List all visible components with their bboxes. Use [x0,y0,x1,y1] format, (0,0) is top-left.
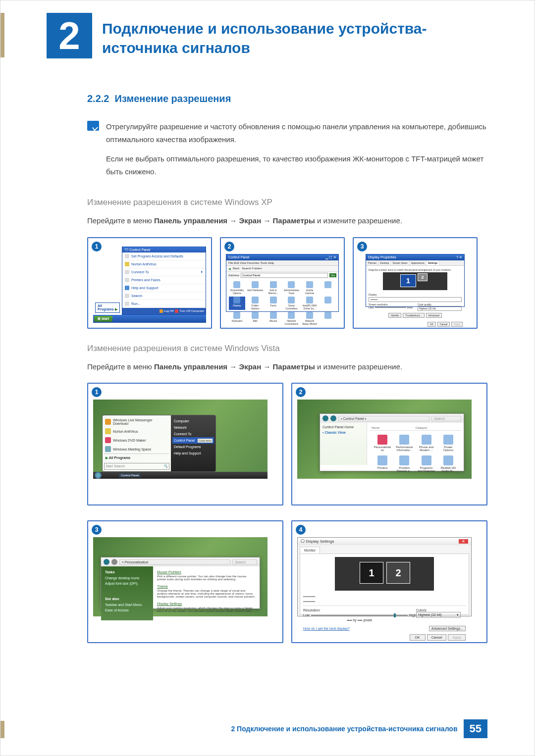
menu-item[interactable]: Search [122,292,206,300]
cp-icon[interactable]: Problem Reports a... [395,455,413,472]
window-controls[interactable]: ? ✕ [456,255,462,259]
cp-icon[interactable]: Keyboard [229,312,245,325]
search-input[interactable]: Start Search🔍 [104,463,169,470]
color-quality-select[interactable]: Highest (32 bit) [418,306,462,311]
advanced-settings-button[interactable]: Advanced Settings... [429,626,466,631]
display-icon[interactable]: Display [229,297,245,310]
right-menu-item[interactable]: Network [174,424,213,431]
sidebar-item[interactable]: • Classic View [322,431,364,434]
help-link[interactable]: How do I get the best display? [303,627,350,630]
fwd-button[interactable] [111,559,117,565]
advanced-button[interactable]: Advanced [426,313,442,318]
all-programs-button[interactable]: All Programs [104,454,169,462]
cp-icon[interactable]: Performance Informatio... [395,435,413,452]
menu-item[interactable]: Help and Support [122,284,206,292]
menu-item[interactable]: Run... [122,300,206,308]
cp-icon[interactable]: Game Controllers [283,297,300,310]
apply-button[interactable]: Apply [448,634,466,641]
ok-button[interactable]: OK [428,322,436,327]
task-link[interactable]: Adjust font size (DPI) [105,582,149,585]
start-orb[interactable] [95,472,102,479]
go-button[interactable]: Go [329,273,336,277]
menu-item[interactable]: Norton AntiVirus [122,260,206,268]
cp-icon[interactable]: Phone and Modem ... [418,435,435,452]
identify-button[interactable]: Identify [388,313,401,318]
right-menu-item[interactable]: Help and Support [174,450,213,456]
menu-item[interactable]: Windows DVD Maker [104,436,169,445]
section-link[interactable]: Theme [157,585,256,588]
cp-icon[interactable]: Power Options [439,435,457,452]
back-button[interactable] [104,559,109,565]
troubleshoot-button[interactable]: Troubleshoot... [403,313,424,318]
tab[interactable]: Themes [366,260,378,265]
start-button[interactable]: start [94,316,112,322]
menubar[interactable]: File Edit View Favorites Tools Help [226,260,338,266]
cp-icon[interactable]: Network Setup Wizard [302,312,318,325]
menu-item[interactable]: Connect To ▸ [122,268,206,276]
cp-icon[interactable]: Network Connections [283,312,300,325]
task-link[interactable]: Change desktop icons [105,576,149,580]
cp-icon[interactable]: Mail [247,312,264,325]
monitor-2[interactable]: 2 [418,273,428,281]
cp-icon[interactable]: Fonts [265,297,281,310]
cp-icon[interactable]: Intel(R) GMA Driver for... [302,297,318,310]
cp-icon[interactable]: Adobe Gamma [302,281,318,295]
all-programs-button[interactable]: All Programs [95,302,120,313]
tab[interactable]: Screen Saver [391,260,409,265]
cp-icon[interactable]: Realtek HD Audio M... [439,455,457,472]
task-link[interactable]: Taskbar and Start Menu [105,603,149,606]
breadcrumb[interactable]: « Personalization [119,559,230,565]
right-menu-item[interactable]: Default Programs [174,444,213,450]
cp-icon[interactable]: Folder Options [247,297,264,310]
tab[interactable]: Appearance [410,260,427,265]
task-link[interactable]: Ease of Access [105,608,149,612]
monitor-preview[interactable]: 1 2 [335,557,434,591]
display-settings-link[interactable]: Display Settings [157,602,256,605]
apply-button[interactable]: Apply [451,322,463,327]
monitor-2[interactable]: 2 [386,562,410,584]
address-input[interactable] [241,273,328,278]
menu-item[interactable]: Norton AntiVirus [104,427,169,436]
taskbar-button[interactable]: Control Panel [119,473,141,477]
breadcrumb[interactable]: • Control Panel • [338,416,429,421]
fwd-button[interactable] [330,415,336,421]
log-off-button[interactable]: Log Off [160,309,174,313]
tab-monitor[interactable]: Monitor [300,547,320,554]
search-input[interactable]: Search [431,416,461,421]
cancel-button[interactable]: Cancel [427,634,447,641]
tab[interactable]: Desktop [378,260,391,265]
resolution-slider[interactable]: Low High [303,613,416,617]
cp-icon[interactable] [320,312,336,325]
menu-item[interactable]: Windows Live Messenger Download [104,417,169,427]
toolbar[interactable]: ◀Back · Search Folders [226,266,338,271]
right-menu-item[interactable]: Computer [174,418,213,424]
search-input[interactable]: Search [232,559,257,565]
ok-button[interactable]: OK [410,634,426,641]
cp-icon[interactable]: Accessibility Options [229,281,245,295]
sidebar-item[interactable]: Control Panel Home [322,425,364,429]
cp-icon[interactable]: Add Hardware [247,281,264,295]
cp-icon[interactable]: Administrative Tools [283,281,300,295]
menu-item[interactable]: Set Program Access and Defaults [122,252,206,260]
right-menu-item[interactable]: Connect To [174,431,213,437]
colors-select[interactable]: Highest (32 bit)▾ [416,612,461,618]
monitor-1[interactable]: 1 [360,562,383,584]
control-panel-item[interactable]: Control PanelCusto remo [172,437,214,444]
cp-icon[interactable]: Programs and Features [418,455,435,472]
monitor-1[interactable]: 1 [400,274,416,287]
close-button[interactable]: ✕ [459,539,468,544]
section-link[interactable]: Mouse Pointers [157,570,256,574]
tab-settings[interactable]: Settings [427,260,440,265]
menu-item[interactable]: Printers and Faxes [122,276,206,284]
window-controls[interactable]: ▁ ▢ ✕ [325,255,336,259]
turn-off-button[interactable]: Turn Off Computer [175,309,204,313]
cancel-button[interactable]: Cancel [437,322,450,327]
display-select[interactable]: •••••••• [369,297,462,302]
menu-item[interactable]: Windows Meeting Space [104,445,169,454]
cp-icon[interactable]: Add or Remov... [265,281,281,295]
cp-icon[interactable] [320,281,336,295]
cp-icon[interactable] [320,297,336,310]
monitor-preview[interactable]: 1 2 [383,272,447,290]
back-button[interactable] [322,415,328,421]
cp-icon[interactable]: Mouse [265,312,281,325]
